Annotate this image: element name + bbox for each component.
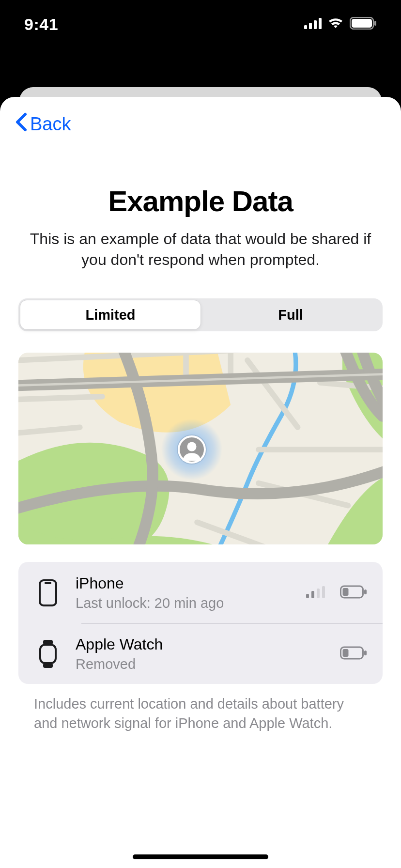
svg-rect-13 bbox=[317, 589, 320, 598]
device-name: Apple Watch bbox=[76, 636, 324, 653]
status-icons bbox=[304, 17, 377, 31]
battery-icon bbox=[340, 646, 367, 662]
device-row-watch: Apple Watch Removed bbox=[18, 623, 383, 684]
svg-rect-16 bbox=[343, 588, 349, 596]
svg-rect-1 bbox=[309, 23, 312, 29]
svg-rect-12 bbox=[311, 591, 314, 598]
device-row-iphone: iPhone Last unlock: 20 min ago bbox=[18, 562, 383, 623]
svg-rect-17 bbox=[364, 589, 367, 594]
svg-rect-11 bbox=[306, 594, 309, 598]
device-subtitle: Last unlock: 20 min ago bbox=[76, 595, 291, 611]
status-bar: 9:41 bbox=[0, 0, 401, 48]
back-label: Back bbox=[30, 114, 71, 135]
svg-rect-6 bbox=[374, 21, 376, 26]
svg-rect-23 bbox=[364, 651, 367, 655]
page-subtitle: This is an example of data that would be… bbox=[29, 229, 372, 270]
battery-icon bbox=[350, 17, 377, 31]
footer-note: Includes current location and details ab… bbox=[34, 695, 367, 732]
device-subtitle: Removed bbox=[76, 656, 324, 672]
svg-rect-0 bbox=[304, 25, 307, 29]
svg-rect-2 bbox=[314, 20, 317, 29]
modal-sheet: Back Example Data This is an example of … bbox=[0, 97, 401, 868]
home-indicator[interactable] bbox=[133, 854, 268, 859]
wifi-icon bbox=[327, 17, 344, 31]
location-pin-icon bbox=[178, 435, 206, 464]
page-title: Example Data bbox=[19, 185, 382, 218]
svg-rect-14 bbox=[322, 586, 325, 598]
chevron-left-icon bbox=[15, 112, 27, 136]
svg-rect-20 bbox=[40, 645, 56, 663]
device-status bbox=[340, 646, 367, 662]
svg-rect-3 bbox=[319, 18, 322, 29]
signal-icon bbox=[306, 586, 325, 600]
segmented-control[interactable]: Limited Full bbox=[18, 298, 383, 331]
svg-rect-5 bbox=[352, 19, 372, 28]
device-list: iPhone Last unlock: 20 min ago bbox=[18, 562, 383, 684]
svg-point-8 bbox=[187, 442, 196, 451]
map-preview bbox=[18, 353, 383, 544]
status-time: 9:41 bbox=[24, 15, 58, 34]
nav-bar: Back bbox=[0, 109, 401, 141]
device-status bbox=[306, 585, 367, 601]
device-name: iPhone bbox=[76, 574, 291, 592]
segment-full[interactable]: Full bbox=[200, 300, 381, 329]
iphone-icon bbox=[36, 579, 60, 606]
segment-limited[interactable]: Limited bbox=[20, 300, 200, 329]
svg-rect-10 bbox=[45, 582, 51, 584]
back-button[interactable]: Back bbox=[15, 112, 71, 136]
watch-icon bbox=[36, 640, 60, 668]
cellular-icon bbox=[304, 17, 322, 31]
svg-rect-22 bbox=[343, 649, 349, 657]
battery-icon bbox=[340, 585, 367, 601]
